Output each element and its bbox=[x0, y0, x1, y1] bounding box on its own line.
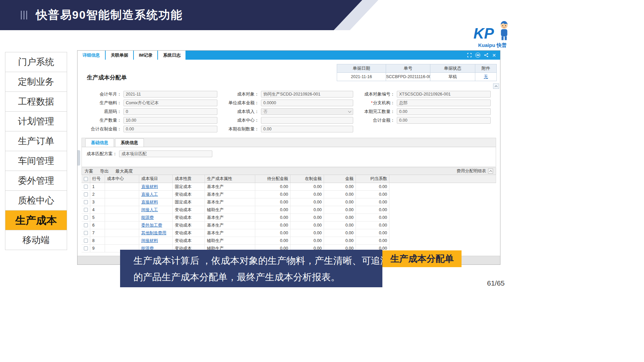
sidebar-item[interactable]: 车间管理 bbox=[5, 151, 67, 171]
field-label: 成本对象： bbox=[224, 91, 259, 97]
subtab-basic-info[interactable]: 基础信息 bbox=[85, 138, 114, 147]
branch-field[interactable]: 总部 bbox=[397, 100, 491, 106]
cost-item-link[interactable]: 能源费 bbox=[141, 215, 154, 220]
field-label: 会计年月： bbox=[86, 91, 121, 97]
col-pending-amount: 待分配金额 bbox=[255, 175, 290, 183]
current-wip-qty-field[interactable]: 0.00 bbox=[261, 126, 353, 132]
export-button[interactable]: 导出 bbox=[100, 168, 109, 174]
kuaipu-logo: KP Kuaipu 快普 bbox=[466, 21, 519, 50]
doc-status-value: 草稿 bbox=[430, 73, 475, 81]
cost-item-link[interactable]: 直接材料 bbox=[141, 184, 158, 189]
table-row: 6 委外加工费 变动成本 基本生产 0.00 0.00 0.00 0.00 bbox=[82, 222, 389, 229]
unit-cost-amount-field[interactable]: 0.0000 bbox=[261, 100, 353, 106]
row-pending-amount: 0.00 bbox=[255, 198, 290, 206]
accounting-period-field[interactable]: 2021-11 bbox=[123, 91, 217, 98]
production-qty-field[interactable]: 10.00 bbox=[123, 117, 217, 124]
row-cost-nature: 固定成本 bbox=[173, 198, 205, 206]
row-amount: 0.00 bbox=[324, 237, 356, 244]
sidebar-item[interactable]: 生产订单 bbox=[5, 131, 67, 151]
table-row: 5 能源费 变动成本 基本生产 0.00 0.00 0.00 0.00 bbox=[82, 214, 389, 222]
share-icon[interactable] bbox=[484, 53, 488, 57]
cost-item-link[interactable]: 间接人工 bbox=[141, 207, 158, 212]
collapse-grid-button[interactable] bbox=[488, 169, 493, 174]
row-pending-amount: 0.00 bbox=[255, 191, 290, 198]
row-amount: 0.00 bbox=[324, 191, 356, 198]
cost-item-link[interactable]: 其他制造费用 bbox=[141, 231, 166, 235]
attachment-link[interactable]: 无 bbox=[484, 74, 488, 79]
cost-item-link[interactable]: 直接材料 bbox=[141, 200, 158, 204]
field-label: 合计金额： bbox=[360, 117, 395, 123]
select-all-checkbox[interactable] bbox=[84, 177, 88, 181]
match-plan-label: 成本匹配方案： bbox=[87, 151, 117, 157]
row-checkbox[interactable] bbox=[84, 231, 88, 235]
field-label: 生产数量： bbox=[86, 117, 121, 123]
total-amount-field[interactable]: 0.00 bbox=[397, 117, 491, 124]
production-material-field[interactable]: Comix齐心笔记本 bbox=[123, 100, 217, 106]
row-amount: 0.00 bbox=[324, 222, 356, 229]
col-cost-center: 成本中心 bbox=[105, 175, 139, 183]
row-cost-center bbox=[105, 222, 139, 229]
row-no: 5 bbox=[90, 214, 105, 221]
field-label: 成本对象编号： bbox=[360, 91, 395, 97]
sidebar-item[interactable]: 门户系统 bbox=[5, 52, 67, 72]
cost-center-field[interactable] bbox=[261, 117, 353, 124]
cost-match-plan-field[interactable]: 成本项目匹配 bbox=[119, 150, 212, 157]
sidebar-item[interactable]: 定制业务 bbox=[5, 72, 67, 92]
row-coefficient: 0.00 bbox=[356, 183, 389, 190]
low-level-code-field[interactable]: 0 bbox=[123, 108, 217, 115]
cost-item-link[interactable]: 间接材料 bbox=[141, 238, 158, 243]
row-checkbox[interactable] bbox=[84, 239, 88, 243]
max-height-button[interactable]: 最大高度 bbox=[115, 168, 133, 174]
row-cost-nature: 变动成本 bbox=[173, 206, 205, 214]
row-no: 2 bbox=[90, 191, 105, 198]
row-checkbox[interactable] bbox=[84, 246, 88, 250]
panel-drag-handle[interactable] bbox=[77, 150, 80, 166]
total-wip-amount-field[interactable]: 0.00 bbox=[123, 126, 217, 132]
subtab-system-info[interactable]: 系统信息 bbox=[115, 138, 144, 147]
sidebar-item[interactable]: 移动端 bbox=[5, 230, 67, 250]
row-amount: 0.00 bbox=[324, 183, 356, 190]
row-checkbox[interactable] bbox=[84, 185, 88, 189]
row-checkbox[interactable] bbox=[84, 223, 88, 227]
cost-item-link[interactable]: 委外加工费 bbox=[141, 223, 162, 228]
row-checkbox[interactable] bbox=[84, 192, 88, 196]
row-checkbox[interactable] bbox=[84, 216, 88, 220]
row-pending-amount: 0.00 bbox=[255, 214, 290, 221]
row-pending-amount: 0.00 bbox=[255, 229, 290, 237]
sidebar-item[interactable]: 工程数据 bbox=[5, 92, 67, 112]
fullscreen-icon[interactable] bbox=[467, 53, 472, 57]
row-pending-amount: 0.00 bbox=[255, 206, 290, 214]
chevron-up-icon bbox=[495, 85, 497, 88]
collapse-header-button[interactable] bbox=[493, 83, 499, 89]
tab-related-docs[interactable]: 关联单据 bbox=[106, 51, 133, 60]
cost-object-no-field[interactable]: XTSCSCDD-20210926-001 bbox=[397, 91, 491, 98]
table-row: 1 直接材料 固定成本 基本生产 0.00 0.00 0.00 0.00 bbox=[82, 183, 389, 191]
completed-qty-field[interactable]: 0.00 bbox=[397, 108, 491, 115]
sidebar-item[interactable]: 计划管理 bbox=[5, 112, 67, 131]
row-checkbox[interactable] bbox=[84, 200, 88, 204]
sidebar-item-label: 门户系统 bbox=[18, 57, 54, 67]
tab-im-records[interactable]: IM记录 bbox=[134, 51, 157, 60]
tab-system-log[interactable]: 系统日志 bbox=[158, 51, 185, 60]
plan-button[interactable]: 方案 bbox=[85, 168, 93, 174]
row-amount: 0.00 bbox=[324, 198, 356, 206]
cost-item-link[interactable]: 直接人工 bbox=[141, 192, 158, 197]
field-label: *分支机构： bbox=[360, 100, 395, 106]
row-coefficient: 0.00 bbox=[356, 229, 389, 237]
close-icon[interactable]: ✕ bbox=[492, 53, 496, 58]
subtab-bar: 基础信息 系统信息 bbox=[82, 138, 496, 147]
row-checkbox[interactable] bbox=[84, 208, 88, 212]
row-amount: 0.00 bbox=[324, 229, 356, 237]
tab-detail-info[interactable]: 详细信息 bbox=[77, 51, 105, 60]
row-wip-amount: 0.00 bbox=[290, 198, 324, 206]
sidebar-item[interactable]: 委外管理 bbox=[5, 171, 67, 191]
triple-bars-icon bbox=[21, 11, 27, 19]
row-cost-attr: 辅助生产 bbox=[205, 237, 255, 244]
im-icon[interactable]: IM bbox=[475, 53, 480, 58]
sidebar-item[interactable]: 质检中心 bbox=[5, 191, 67, 210]
cost-fill-select[interactable]: 否 bbox=[261, 108, 353, 115]
cost-object-field[interactable]: 协同生产SCDD-20210926-001 bbox=[261, 91, 353, 98]
row-pending-amount: 0.00 bbox=[255, 183, 290, 190]
caption-label: 生产成本分配单 bbox=[382, 250, 462, 267]
sidebar-item[interactable]: 生产成本 bbox=[5, 210, 67, 230]
